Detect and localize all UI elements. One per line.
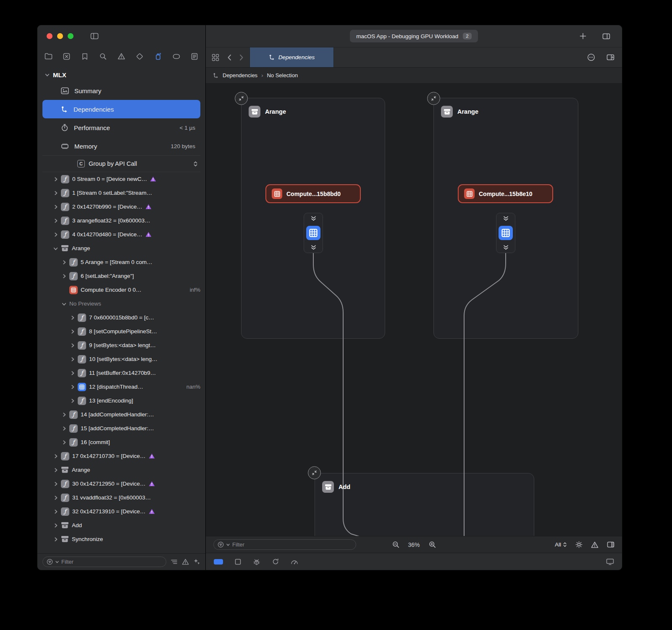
disclosure-chevron[interactable] [62, 301, 66, 306]
disclosure-chevron[interactable] [53, 510, 58, 514]
compute-encoder-node[interactable]: Compute...15b8e10 [458, 184, 553, 203]
sidebar-item-memory[interactable]: Memory120 bytes [42, 137, 200, 155]
tree-row[interactable]: ƒ17 0x142710730 = [Device… [37, 449, 205, 463]
folder-icon[interactable] [43, 51, 53, 61]
tree-row[interactable]: ƒ11 [setBuffer:0x14270b9… [37, 366, 205, 380]
group-by-control[interactable]: C Group by API Call [42, 155, 200, 172]
disclosure-chevron[interactable] [70, 329, 75, 334]
refresh-icon[interactable] [272, 558, 279, 565]
disclosure-chevron[interactable] [53, 177, 58, 181]
warning-filter-icon[interactable] [182, 559, 189, 565]
tree-row[interactable]: ƒ4 0x14270d480 = [Device… [37, 227, 205, 241]
dependency-graph-canvas[interactable]: Arange Arange Add Compute...15b8bd0 [206, 83, 622, 536]
close-button[interactable] [47, 33, 52, 39]
updown-chevron-icon[interactable] [193, 161, 198, 167]
bug-icon[interactable] [253, 558, 260, 565]
compute-encoder-node[interactable]: Compute...15b8bd0 [265, 184, 361, 203]
disclosure-chevron[interactable] [53, 191, 58, 195]
tree-row[interactable]: ƒ15 [addCompletedHandler:… [37, 421, 205, 435]
zoom-out-icon[interactable] [392, 541, 399, 548]
add-tab-icon[interactable] [580, 33, 586, 39]
canvas-filter-input[interactable] [232, 541, 352, 548]
tree-row[interactable]: Compute Encoder 0 0…inf% [37, 283, 205, 297]
tree-row[interactable]: ƒ8 [setComputePipelineSt… [37, 324, 205, 338]
resource-port-block[interactable] [496, 213, 515, 253]
issue-warning-icon[interactable] [116, 51, 126, 61]
tree-row[interactable]: ƒ5 Arange = [Stream 0 com… [37, 255, 205, 269]
tree-row[interactable]: ƒ32 0x142713910 = [Device… [37, 505, 205, 518]
tree-row[interactable]: Synchronize [37, 532, 205, 546]
collapse-group-button[interactable] [427, 92, 440, 105]
disclosure-chevron[interactable] [70, 371, 75, 375]
window-title-pill[interactable]: macOS App - Debugging GPU Workload 2 [350, 30, 478, 42]
zoom-level[interactable]: 36% [408, 541, 420, 548]
tree-row[interactable]: ƒ16 [commit] [37, 435, 205, 449]
tree-row[interactable]: ƒ0 Stream 0 = [Device newC… [37, 172, 205, 186]
disclosure-chevron[interactable] [62, 426, 66, 431]
back-chevron-icon[interactable] [227, 54, 231, 61]
tree-row[interactable]: ƒ9 [setBytes:<data> lengt… [37, 338, 205, 352]
x-square-icon[interactable] [62, 51, 72, 61]
breadcrumb-item[interactable]: Dependencies [223, 72, 257, 78]
resource-port-block[interactable] [304, 213, 323, 253]
tree-row[interactable]: ƒ1 [Stream 0 setLabel:"Stream… [37, 186, 205, 200]
tree-row[interactable]: ƒ7 0x6000015b8bd0 = [c… [37, 311, 205, 324]
forward-chevron-icon[interactable] [239, 54, 244, 61]
tree-row[interactable]: Add [37, 518, 205, 532]
search-icon[interactable] [98, 51, 108, 61]
collapse-group-button[interactable] [308, 466, 321, 479]
breadcrumb-item[interactable]: No Selection [267, 72, 298, 78]
disclosure-chevron[interactable] [53, 468, 58, 472]
tag-icon[interactable] [171, 51, 181, 61]
tree-row[interactable]: ƒ31 vvaddfloat32 = [0x600003… [37, 491, 205, 505]
related-items-grid-icon[interactable] [212, 54, 219, 61]
buffer-grid-icon[interactable] [306, 226, 320, 240]
bookmark-icon[interactable] [80, 51, 90, 61]
disclosure-chevron[interactable] [70, 343, 75, 348]
tree-row[interactable]: ƒ13 [endEncoding] [37, 394, 205, 408]
sidebar-item-performance[interactable]: Performance< 1 µs [42, 118, 200, 137]
flatten-hierarchy-icon[interactable] [171, 559, 178, 565]
tree-row[interactable]: Arange [37, 241, 205, 255]
tree-row[interactable]: 12 [dispatchThread…nan% [37, 380, 205, 394]
disclosure-chevron[interactable] [54, 246, 58, 251]
disclosure-chevron[interactable] [62, 413, 66, 417]
tree-row[interactable]: ƒ2 0x14270b990 = [Device… [37, 200, 205, 214]
scope-popup[interactable]: All [555, 541, 567, 548]
disclosure-chevron[interactable] [53, 233, 58, 237]
collapse-group-button[interactable] [235, 92, 248, 105]
sidebar-toggle-icon[interactable] [90, 33, 99, 39]
tree-row[interactable]: No Previews [37, 297, 205, 311]
canvas-filter-field[interactable] [213, 539, 356, 550]
split-editor-icon[interactable] [602, 33, 610, 39]
sidebar-item-summary[interactable]: Summary [42, 81, 200, 100]
disclosure-chevron[interactable] [53, 537, 58, 541]
report-list-icon[interactable] [189, 51, 200, 61]
disclosure-chevron[interactable] [70, 316, 75, 320]
disclosure-chevron[interactable] [70, 385, 75, 389]
tree-row[interactable]: ƒ30 0x142712950 = [Device… [37, 477, 205, 491]
tree-row[interactable]: Arange [37, 463, 205, 477]
tree-row[interactable]: ƒ6 [setLabel:"Arange"] [37, 269, 205, 283]
live-toggle[interactable] [214, 559, 223, 565]
sidebar-item-dependencies[interactable]: Dependencies [42, 100, 200, 118]
right-panel-icon[interactable] [607, 541, 614, 548]
disclosure-chevron[interactable] [53, 523, 58, 528]
disclosure-chevron[interactable] [62, 274, 66, 278]
disclosure-chevron[interactable] [53, 454, 58, 458]
gear-icon[interactable] [575, 541, 583, 548]
stop-square-icon[interactable] [235, 559, 241, 565]
disclosure-chevron[interactable] [62, 260, 66, 264]
project-root-row[interactable]: MLX [37, 68, 205, 81]
buffer-grid-icon[interactable] [499, 226, 513, 240]
disclosure-chevron[interactable] [53, 496, 58, 500]
gauge-icon[interactable] [291, 559, 298, 565]
tree-row[interactable]: ƒ10 [setBytes:<data> leng… [37, 352, 205, 366]
tree-row[interactable]: ƒ3 arangefloat32 = [0x600003… [37, 214, 205, 227]
disclosure-chevron[interactable] [45, 73, 50, 77]
sparkle-cursor-icon[interactable] [193, 558, 200, 565]
ellipsis-circle-icon[interactable] [587, 53, 595, 61]
disclosure-chevron[interactable] [53, 482, 58, 486]
disclosure-chevron[interactable] [70, 399, 75, 403]
sidebar-filter-input[interactable] [61, 559, 162, 565]
